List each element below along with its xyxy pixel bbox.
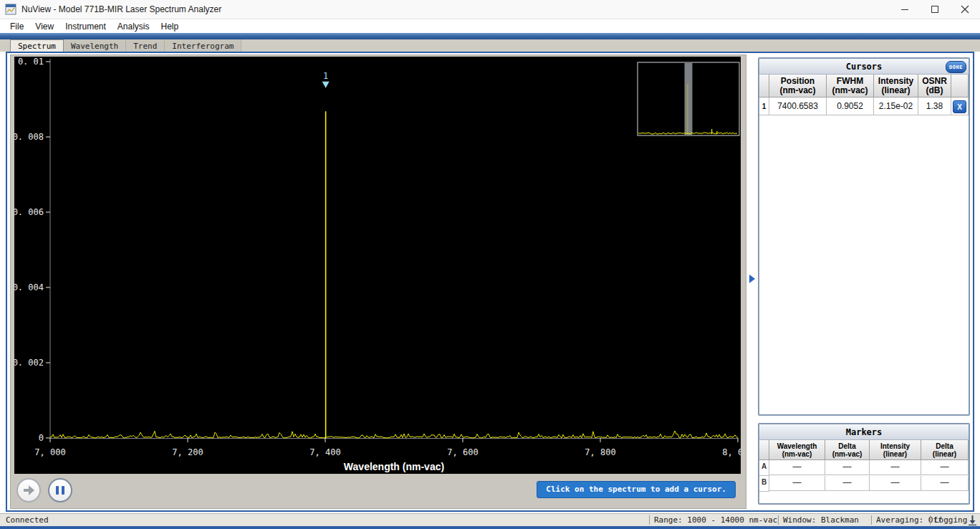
markers-header: Markers [759,424,969,440]
markers-col-intensity: Intensity(linear) [870,440,921,460]
window-frame-bottom [0,526,980,529]
x-tick-label: 7, 200 [172,447,203,457]
app-window: NuView - Model 771B-MIR Laser Spectrum A… [0,0,980,529]
status-averaging: Averaging: Off [876,515,943,525]
cursors-header: Cursors DONE [759,59,969,75]
y-tick-label: 0. 01 [18,57,44,67]
close-button[interactable] [950,0,980,19]
markers-panel: Markers Wavelength(nm-vac) Delta(nm-vac)… [758,423,970,505]
cursors-title: Cursors [846,62,883,72]
marker-b-label: B [759,476,769,492]
marker-b-delta-nm: — [825,476,870,491]
tab-bar: Spectrum Wavelength Trend Interferogram [0,39,980,52]
marker-b-delta-lin: — [921,476,969,491]
status-bar: Connected Range: 1000 - 14000 nm-vac Win… [0,513,980,527]
play-icon [23,485,35,495]
menu-instrument[interactable]: Instrument [59,20,112,33]
menu-file[interactable]: File [4,20,29,33]
cursor-fwhm-value: 0.9052 [827,97,874,115]
tab-trend[interactable]: Trend [126,39,165,52]
minimize-button[interactable] [890,0,920,19]
x-tick-label: 8, 000 [722,447,741,457]
status-divider [778,515,779,525]
cursors-panel: Cursors DONE Position(nm-vac) FWHM(nm-va… [758,57,970,416]
y-tick-label: 0. 006 [14,207,44,217]
cursors-table: Position(nm-vac) FWHM(nm-vac) Intensity(… [759,75,969,115]
y-tick-label: 0. 004 [14,282,44,292]
menu-help[interactable]: Help [155,20,185,33]
cursors-col-osnr: OSNR(dB) [918,75,951,97]
overview-zoom-region[interactable] [685,63,693,135]
done-button[interactable]: DONE [946,61,966,73]
cursors-col-fwhm: FWHM(nm-vac) [827,75,874,97]
main-content: 0. 010. 0080. 0060. 0040. 00207, 0007, 2… [6,52,974,512]
minimize-icon [900,5,909,14]
titlebar: NuView - Model 771B-MIR Laser Spectrum A… [0,0,980,19]
markers-col-index [759,440,769,460]
markers-title: Markers [846,427,883,437]
y-tick-label: 0 [39,433,44,443]
cursor-hint: Click on the spectrum to add a cursor. [537,481,736,498]
status-divider [649,515,650,525]
spectrum-plot[interactable]: 0. 010. 0080. 0060. 0040. 00207, 0007, 2… [14,57,741,474]
window-title: NuView - Model 771B-MIR Laser Spectrum A… [21,4,221,14]
delete-cursor-button[interactable]: X [953,100,966,113]
maximize-button[interactable] [920,0,950,19]
tab-interferogram[interactable]: Interferogram [165,39,241,52]
pause-button[interactable] [48,478,72,502]
cursor-intensity-value: 2.15e-02 [874,97,918,115]
menu-analysis[interactable]: Analysis [112,20,155,33]
status-window: Window: Blackman [783,515,859,525]
cursor-marker-label: 1 [323,71,328,81]
markers-table: Wavelength(nm-vac) Delta(nm-vac) Intensi… [759,440,969,492]
cursor-row-index: 1 [759,97,769,115]
spectrum-plot-panel: 0. 010. 0080. 0060. 0040. 00207, 0007, 2… [10,54,746,509]
marker-a-delta-lin: — [921,460,969,475]
x-tick-label: 7, 600 [447,447,478,457]
chevron-right-icon [749,275,755,283]
tab-spectrum[interactable]: Spectrum [10,39,64,52]
menubar: File View Instrument Analysis Help [0,19,980,33]
play-button[interactable] [16,478,41,502]
markers-col-delta-lin: Delta(linear) [921,440,969,460]
menu-view[interactable]: View [29,20,59,33]
x-axis-title: Wavelength (nm-vac) [344,461,444,472]
cursor-position-value: 7400.6583 [769,97,827,115]
x-tick-label: 7, 800 [585,447,615,457]
cursors-col-index [759,75,769,97]
status-divider [871,515,872,525]
close-icon [961,5,969,14]
spectrum-trace [50,431,738,438]
markers-col-delta-nm: Delta(nm-vac) [825,440,870,460]
panel-collapse-arrow[interactable] [749,274,756,284]
marker-a-intensity: — [870,460,921,475]
maximize-icon [931,5,939,14]
marker-a-label: A [759,460,769,476]
cursor-marker-icon [322,82,330,88]
marker-b-intensity: — [870,476,921,491]
marker-b-wavelength: — [769,476,825,491]
cursors-col-intensity: Intensity(linear) [874,75,918,97]
cursor-actions-cell: X [951,97,969,115]
toolbar-strip [0,33,980,39]
status-divider [930,515,931,525]
status-connected: Connected [6,515,49,525]
marker-a-wavelength: — [769,460,825,475]
x-tick-label: 7, 400 [309,447,340,457]
pause-icon [54,486,66,495]
right-panel: Cursors DONE Position(nm-vac) FWHM(nm-va… [756,53,973,510]
markers-col-wavelength: Wavelength(nm-vac) [769,440,825,460]
y-tick-label: 0. 008 [14,132,44,142]
x-tick-label: 7, 000 [34,447,65,457]
status-logging: Logging [934,515,967,525]
cursors-col-position: Position(nm-vac) [769,75,827,97]
app-icon [5,4,16,15]
status-range: Range: 1000 - 14000 nm-vac [654,515,777,525]
tab-wavelength[interactable]: Wavelength [64,39,126,52]
cursors-col-actions [951,75,969,97]
cursor-osnr-value: 1.38 [918,97,951,115]
y-tick-label: 0. 002 [14,358,44,368]
marker-a-delta-nm: — [825,460,870,475]
